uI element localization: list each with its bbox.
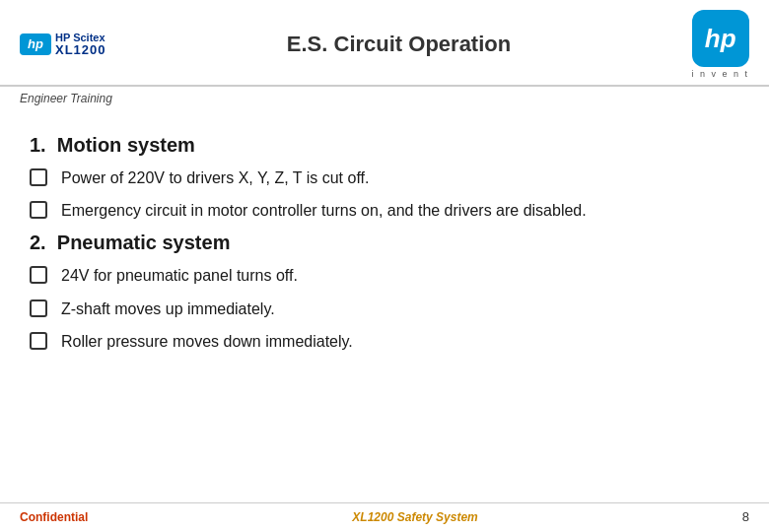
section-1-number: 1.	[30, 134, 57, 156]
hp-logo-badge: hp	[692, 10, 749, 67]
bullet-checkbox-icon	[30, 168, 47, 186]
main-content: 1. Motion system Power of 220V to driver…	[0, 110, 769, 502]
engineer-training-label: Engineer Training	[20, 92, 112, 105]
bullet-text: Roller pressure moves down immediately.	[61, 330, 739, 353]
list-item: Roller pressure moves down immediately.	[30, 330, 739, 353]
footer-confidential-label: Confidential	[20, 510, 88, 524]
section-1-bullets: Power of 220V to drivers X, Y, Z, T is c…	[30, 166, 739, 222]
footer: Confidential XL1200 Safety System 8	[0, 502, 769, 532]
footer-doc-title-label: XL1200 Safety System	[352, 510, 477, 524]
header-left: hp HP Scitex XL1200	[20, 32, 106, 57]
header-right: hp i n v e n t	[691, 10, 749, 79]
bullet-text: 24V for pneumatic panel turns off.	[61, 264, 739, 287]
section-2-heading: 2. Pneumatic system	[30, 232, 739, 254]
section-2-bullets: 24V for pneumatic panel turns off. Z-sha…	[30, 264, 739, 353]
bullet-checkbox-icon	[30, 201, 47, 219]
header: hp HP Scitex XL1200 E.S. Circuit Operati…	[0, 0, 769, 87]
sub-header: Engineer Training	[0, 87, 769, 110]
bullet-text: Emergency circuit in motor controller tu…	[61, 199, 739, 222]
list-item: Emergency circuit in motor controller tu…	[30, 199, 739, 222]
slide-title: E.S. Circuit Operation	[287, 32, 511, 56]
footer-page-number: 8	[742, 509, 749, 524]
section-1-heading: 1. Motion system	[30, 134, 739, 157]
hp-box-icon: hp	[20, 33, 51, 55]
hp-invent-text: i n v e n t	[691, 69, 749, 79]
xl1200-text: XL1200	[55, 43, 106, 57]
section-2-number: 2.	[30, 232, 57, 253]
hp-logo-icon: hp	[705, 24, 736, 54]
header-center: E.S. Circuit Operation	[106, 32, 692, 57]
list-item: Power of 220V to drivers X, Y, Z, T is c…	[30, 166, 739, 189]
hp-scitex-logo: hp HP Scitex XL1200	[20, 32, 106, 57]
page: hp HP Scitex XL1200 E.S. Circuit Operati…	[0, 0, 769, 532]
list-item: 24V for pneumatic panel turns off.	[30, 264, 739, 287]
bullet-text: Power of 220V to drivers X, Y, Z, T is c…	[61, 166, 739, 189]
bullet-checkbox-icon	[30, 266, 47, 284]
section-2-title: Pneumatic system	[57, 232, 231, 253]
bullet-checkbox-icon	[30, 332, 47, 350]
list-item: Z-shaft moves up immediately.	[30, 298, 739, 320]
bullet-text: Z-shaft moves up immediately.	[61, 298, 739, 320]
scitex-xl-label: HP Scitex XL1200	[55, 32, 106, 57]
bullet-checkbox-icon	[30, 299, 47, 317]
section-1-title: Motion system	[57, 134, 195, 156]
